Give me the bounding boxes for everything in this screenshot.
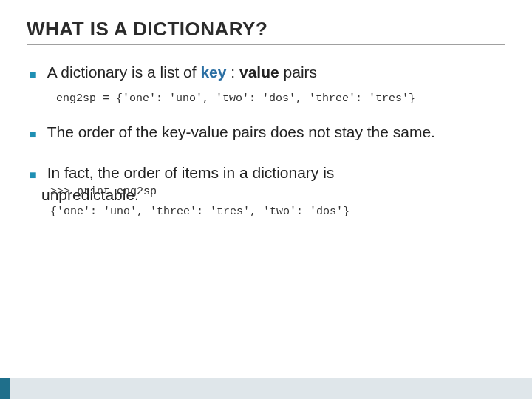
bullet-3-text: In fact, the order of items in a diction… [47,162,505,184]
title-underline [27,44,505,45]
code-overlay-2: {'one': 'uno', 'three': 'tres', 'two': '… [50,205,505,218]
code-overlay-1: >>> print eng2sp [50,185,157,198]
bullet-3-line1: In fact, the order of items in a diction… [47,164,335,181]
bullet-1: ■ A dictionary is a list of key : value … [30,61,505,83]
footer-accent [0,378,10,399]
bullet-1-pre: A dictionary is a list of [47,64,201,81]
bullet-1-post: pairs [279,64,317,81]
bullet-2: ■ The order of the key-value pairs does … [30,121,505,143]
bullet-3: ■ In fact, the order of items in a dicti… [30,162,505,184]
bullet-1-value: value [239,64,279,81]
bullet-marker-icon: ■ [30,126,37,143]
footer-bar [0,378,532,399]
bullet-marker-icon: ■ [30,166,37,183]
bullet-marker-icon: ■ [30,66,37,83]
bullet-1-key: key [200,64,226,81]
slide: WHAT IS A DICTIONARY? ■ A dictionary is … [0,0,532,399]
code-line-1: eng2sp = {'one': 'uno', 'two': 'dos', 't… [56,92,415,105]
bullet-1-text: A dictionary is a list of key : value pa… [47,61,505,83]
bullet-3-line2-wrap: unpredictable. >>> print eng2sp [41,184,505,206]
bullet-2-text: The order of the key-value pairs does no… [47,121,505,143]
bullet-1-sep: : [226,64,239,81]
code-block-1: eng2sp = {'one': 'uno', 'two': 'dos', 't… [56,91,505,105]
slide-title: WHAT IS A DICTIONARY? [27,18,505,41]
